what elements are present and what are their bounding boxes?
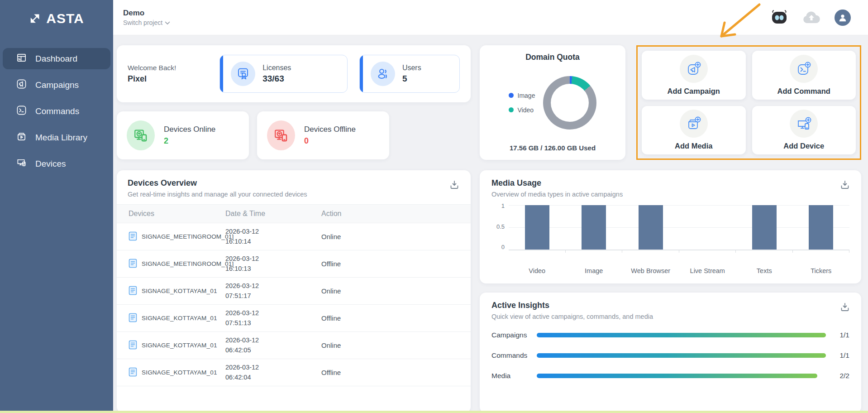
devices-online-label: Devices Online bbox=[164, 125, 215, 134]
app-logo: ASTA bbox=[0, 0, 113, 34]
devices-offline-value: 0 bbox=[304, 136, 356, 146]
insight-row-commands: Commands 1/1 bbox=[491, 351, 849, 360]
sidebar-item-label: Campaigns bbox=[35, 80, 79, 90]
bar-web-browser bbox=[622, 205, 679, 250]
add-command-button[interactable]: Add Command bbox=[752, 51, 856, 100]
add-campaign-button[interactable]: Add Campaign bbox=[642, 51, 746, 100]
media-usage-card: Media Usage Overview of media types in a… bbox=[480, 170, 861, 283]
row-date: 2026-03-12 bbox=[225, 336, 321, 345]
download-icon[interactable] bbox=[839, 302, 850, 314]
add-device-button[interactable]: Add Device bbox=[752, 106, 856, 155]
bar-video bbox=[509, 205, 566, 250]
devices-overview-subtitle: Get real-time insights and manage all yo… bbox=[128, 191, 460, 198]
insight-value: 2/2 bbox=[826, 372, 849, 380]
document-icon bbox=[129, 231, 137, 242]
device-name: SIGNAGE_KOTTAYAM_01 bbox=[142, 288, 217, 294]
user-avatar[interactable] bbox=[835, 10, 851, 26]
sidebar-item-label: Dashboard bbox=[35, 54, 77, 64]
sidebar: ASTA Dashboard Campaigns Commands Media … bbox=[0, 0, 113, 413]
download-icon[interactable] bbox=[449, 179, 460, 192]
sidebar-nav: Dashboard Campaigns Commands Media Libra… bbox=[0, 48, 113, 174]
sidebar-item-media-library[interactable]: Media Library bbox=[3, 127, 110, 148]
devices-online-value: 2 bbox=[164, 136, 215, 146]
device-name: SIGNAGE_MEETINGROOM_01] bbox=[142, 260, 234, 267]
header-icons bbox=[770, 10, 851, 26]
insight-row-media: Media 2/2 bbox=[491, 372, 849, 380]
sidebar-item-devices[interactable]: Devices bbox=[3, 153, 110, 174]
y-tick: 0.5 bbox=[496, 223, 505, 230]
licenses-icon bbox=[231, 62, 255, 86]
table-row: SIGNAGE_KOTTAYAM_01 2026-03-1207:51:17 O… bbox=[117, 278, 471, 305]
add-media-button[interactable]: Add Media bbox=[642, 106, 746, 155]
add-campaign-icon bbox=[680, 55, 708, 83]
bot-icon[interactable] bbox=[770, 10, 788, 25]
sidebar-item-label: Commands bbox=[35, 106, 79, 116]
table-row: SIGNAGE_KOTTAYAM_01 2026-03-1207:51:13 O… bbox=[117, 305, 471, 332]
document-icon bbox=[129, 313, 137, 324]
campaigns-icon bbox=[16, 79, 27, 91]
domain-quota-donut bbox=[543, 76, 596, 130]
devices-online-icon bbox=[127, 120, 155, 150]
domain-quota-usage: 17.56 GB / 126.00 GB Used bbox=[486, 141, 619, 154]
table-header: Devices Date & Time Action bbox=[117, 204, 471, 223]
y-tick: 0 bbox=[501, 244, 505, 250]
cloud-upload-icon[interactable] bbox=[802, 10, 821, 25]
row-date: 2026-03-12 bbox=[225, 281, 321, 291]
progress-bar bbox=[537, 333, 826, 337]
logo-text: ASTA bbox=[46, 11, 84, 26]
x-label: Web Browser bbox=[622, 267, 679, 274]
sidebar-item-campaigns[interactable]: Campaigns bbox=[3, 74, 110, 96]
column-date-time: Date & Time bbox=[225, 210, 321, 218]
row-action: Online bbox=[321, 233, 471, 240]
users-card: Users 5 bbox=[359, 55, 460, 93]
users-label: Users bbox=[402, 64, 421, 72]
row-date: 2026-03-12 bbox=[225, 254, 321, 264]
document-icon bbox=[129, 367, 137, 378]
row-date: 2026-03-12 bbox=[225, 363, 321, 372]
devices-overview-title: Devices Overview bbox=[128, 178, 460, 188]
row-time: 07:51:13 bbox=[225, 318, 321, 328]
media-library-icon bbox=[16, 131, 27, 144]
row-action: Online bbox=[321, 341, 471, 349]
x-label: Tickers bbox=[793, 267, 850, 274]
legend-dot-image bbox=[509, 93, 514, 98]
media-usage-title: Media Usage bbox=[491, 178, 849, 188]
document-icon bbox=[129, 286, 137, 297]
row-action: Offline bbox=[321, 260, 471, 268]
device-name: SIGNAGE_KOTTAYAM_01 bbox=[142, 342, 217, 349]
legend-item-image: Image bbox=[509, 92, 535, 99]
bar-texts bbox=[736, 205, 793, 250]
active-insights-subtitle: Quick view of active campaigns, commands… bbox=[491, 313, 849, 320]
licenses-label: Licenses bbox=[262, 64, 291, 72]
row-time: 07:51:17 bbox=[225, 291, 321, 301]
legend-item-video: Video bbox=[509, 106, 535, 114]
row-time: 06:42:05 bbox=[225, 346, 321, 355]
insight-label: Campaigns bbox=[491, 331, 537, 339]
insight-label: Commands bbox=[491, 351, 537, 360]
table-row: SIGNAGE_KOTTAYAM_01 2026-03-1206:42:04 O… bbox=[117, 359, 471, 386]
bar-image bbox=[566, 205, 623, 250]
add-media-label: Add Media bbox=[675, 142, 712, 150]
device-name: SIGNAGE_KOTTAYAM_01 bbox=[142, 315, 217, 322]
active-insights-title: Active Insights bbox=[491, 301, 849, 310]
device-name: SIGNAGE_KOTTAYAM_01 bbox=[142, 369, 217, 376]
document-icon bbox=[129, 259, 137, 269]
switch-project-button[interactable]: Switch project bbox=[123, 19, 170, 26]
column-devices: Devices bbox=[117, 210, 225, 218]
media-usage-subtitle: Overview of media types in active campai… bbox=[491, 191, 849, 198]
domain-quota-legend: Image Video bbox=[509, 92, 535, 114]
sidebar-item-dashboard[interactable]: Dashboard bbox=[3, 48, 110, 69]
document-icon bbox=[129, 340, 137, 351]
table-row: SIGNAGE_MEETINGROOM_01] 2026-03-1216:10:… bbox=[117, 250, 471, 278]
licenses-card: Licenses 33/63 bbox=[219, 55, 348, 93]
commands-icon bbox=[16, 105, 27, 118]
x-label: Video bbox=[509, 267, 566, 274]
add-device-icon bbox=[790, 110, 818, 138]
column-action: Action bbox=[321, 210, 471, 218]
download-icon[interactable] bbox=[839, 179, 850, 192]
dashboard-content: Welcome Back! Pixel Licenses 33/63 bbox=[113, 35, 868, 413]
sidebar-item-commands[interactable]: Commands bbox=[3, 101, 110, 122]
devices-online-card: Devices Online 2 bbox=[117, 111, 249, 159]
add-command-icon bbox=[790, 55, 818, 83]
insight-value: 1/1 bbox=[826, 351, 849, 360]
